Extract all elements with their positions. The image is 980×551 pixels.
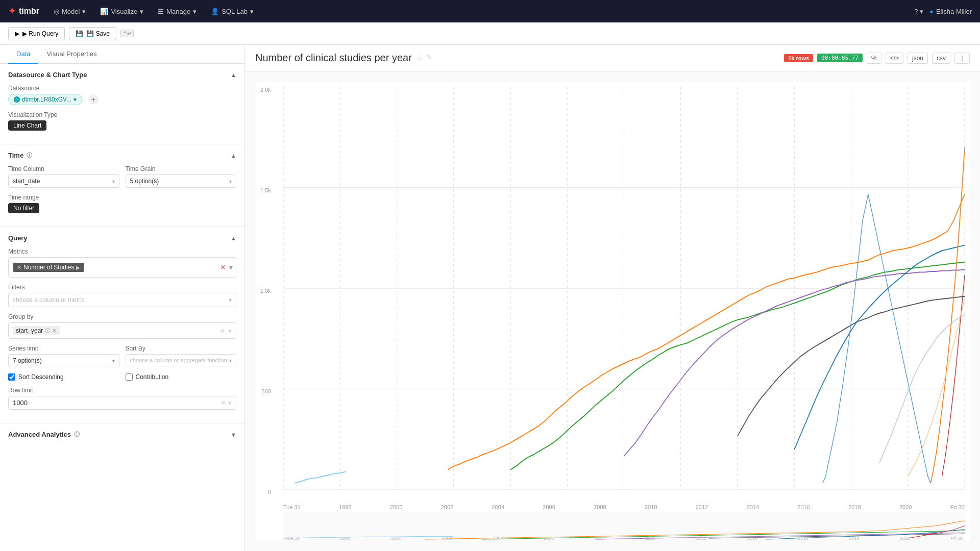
logo-text: timbr [19,7,39,16]
advanced-analytics-section[interactable]: Advanced Analytics ⓘ ▼ [0,423,244,445]
csv-button[interactable]: csv [932,53,950,64]
mini-x-2012: 2012 [696,536,706,541]
time-section-title: Time ⓘ [8,152,32,159]
datasource-section-title: Datasource & Chart Type [8,71,87,79]
metrics-expand-button[interactable]: ▾ [229,263,233,271]
x-label-2010: 2010 [645,504,657,510]
group-by-expand-button[interactable]: ▾ [228,327,232,335]
code-button[interactable]: </> [886,53,903,64]
metrics-clear-button[interactable]: ✕ [220,263,226,271]
percent-button[interactable]: % [867,53,881,64]
y-label-0: 0 [268,489,271,495]
tab-visual-properties[interactable]: Visual Properties [38,45,105,64]
edit-icon[interactable]: ✎ [426,53,432,63]
nav-model[interactable]: ◎ Model ▾ [47,5,92,18]
datasource-dot [14,96,20,103]
tab-data[interactable]: Data [8,45,38,64]
mini-x-2014: 2014 [747,536,757,541]
chart-title-icons: ☆ ✎ [416,53,432,63]
mini-x-2016: 2016 [798,536,808,541]
mini-x-2000: 2000 [391,536,401,541]
line-chart-svg [283,87,965,490]
topnav-right: ? ▾ ● Elisha Miller [914,8,972,15]
sort-descending-checkbox[interactable] [8,373,15,381]
sort-by-select[interactable]: choose a column or aggregate function ▾ [126,354,237,366]
run-query-button[interactable]: ▶ ▶ Run Query [8,27,65,40]
x-axis-labels: Tue 31 1998 2000 2002 2004 2006 2008 201… [283,504,965,510]
json-button[interactable]: json [908,53,928,64]
time-info-icon[interactable]: ⓘ [27,152,32,159]
time-section-header[interactable]: Time ⓘ ▲ [8,152,236,159]
row-limit-area[interactable]: 1000 ✕ ▾ [8,396,236,410]
datasource-section-header[interactable]: Datasource & Chart Type ▲ [8,71,236,79]
nav-manage[interactable]: ☰ Manage ▾ [152,5,203,18]
x-label-2006: 2006 [543,504,555,510]
datasource-value: dtimbr.LR80xGV... [22,96,71,103]
row-limit-clear-icon[interactable]: ✕ [220,399,226,407]
more-button[interactable]: ⋮ [954,53,970,64]
y-label-10k: 1.0k [260,288,271,294]
filters-label: Filters [8,284,236,291]
visualize-icon: 📊 [100,8,108,15]
x-label-2016: 2016 [797,504,810,510]
group-tag-start-year[interactable]: start_year ⓘ ✕ [13,326,60,335]
metric-label: Number of Studies [23,264,74,271]
advanced-collapse-icon: ▼ [231,432,236,438]
nav-visualize[interactable]: 📊 Visualize ▾ [94,5,150,18]
group-by-clear-button[interactable]: ✕ [219,327,225,335]
filters-input[interactable]: choose a column or metric ▾ [8,293,236,307]
mini-x-2006: 2006 [544,536,554,541]
x-label-tue31: Tue 31 [283,504,301,510]
group-by-area[interactable]: start_year ⓘ ✕ ✕ ▾ [8,322,236,339]
contribution-checkbox[interactable] [126,373,133,381]
query-collapse-icon: ▲ [231,235,236,241]
save-button[interactable]: 💾 💾 Save [69,27,116,40]
advanced-info-icon[interactable]: ⓘ [74,431,80,438]
time-collapse-icon: ▲ [231,153,236,159]
row-limit-label: Row limit [8,387,236,394]
metric-expand-icon[interactable]: ▶ [76,265,80,270]
time-range-label: Time range [8,194,236,201]
datasource-selector[interactable]: dtimbr.LR80xGV... ▾ [8,94,82,105]
time-column-chevron: ▾ [112,179,115,184]
keyboard-shortcut: ⌃↵ [120,30,134,37]
logo-star: ✦ [8,6,16,17]
time-column-group: Time Column start_date ▾ [8,165,119,188]
group-tag-label: start_year [16,327,43,334]
time-range-button[interactable]: No filter [8,203,39,213]
star-icon[interactable]: ☆ [416,53,423,63]
query-section-header[interactable]: Query ▲ [8,234,236,242]
metrics-area[interactable]: ✕ Number of Studies ▶ ✕ ▾ [8,257,236,278]
metric-remove-icon[interactable]: ✕ [17,264,21,271]
chart-area: 2.0k 1.5k 1.0k 500 0 [245,71,980,551]
filters-chevron: ▾ [229,296,232,304]
time-grain-select[interactable]: 5 option(s) ▾ [126,174,237,188]
datasource-collapse-icon: ▲ [231,72,236,78]
row-limit-chevron[interactable]: ▾ [228,399,232,407]
help-button[interactable]: ? ▾ [914,8,923,15]
series-limit-chevron: ▾ [112,358,115,364]
manage-chevron: ▾ [193,8,197,15]
mini-x-1998: 1998 [340,536,350,541]
nav-sqllab[interactable]: 👤 SQL Lab ▾ [205,5,260,18]
group-tag-remove-icon[interactable]: ✕ [52,328,57,334]
metric-tag-number-of-studies[interactable]: ✕ Number of Studies ▶ [13,263,84,272]
datasource-label: Datasource [8,85,236,92]
y-label-2k: 2.0k [260,87,271,93]
query-section: Query ▲ Metrics ✕ Number of Studies ▶ ✕ … [0,227,244,423]
sqllab-icon: 👤 [211,8,219,15]
x-label-2004: 2004 [492,504,504,510]
x-label-2020: 2020 [899,504,912,510]
mini-x-fri30: Fri 30 [951,536,963,541]
time-column-select[interactable]: start_date ▾ [8,174,119,188]
group-tag-info-icon[interactable]: ⓘ [45,327,50,334]
series-limit-select[interactable]: 7 option(s) ▾ [8,354,119,367]
mini-x-2010: 2010 [646,536,656,541]
visualization-type-tag[interactable]: Line Chart [8,120,46,131]
mini-x-tue31: Tue 31 [285,536,300,541]
add-datasource-button[interactable]: + [88,94,99,105]
time-grain-label: Time Grain [126,165,237,172]
mini-chart[interactable]: Tue 31 1998 2000 2002 2004 2006 2008 201… [283,513,965,541]
user-menu[interactable]: ● Elisha Miller [929,8,972,15]
x-label-2002: 2002 [441,504,453,510]
